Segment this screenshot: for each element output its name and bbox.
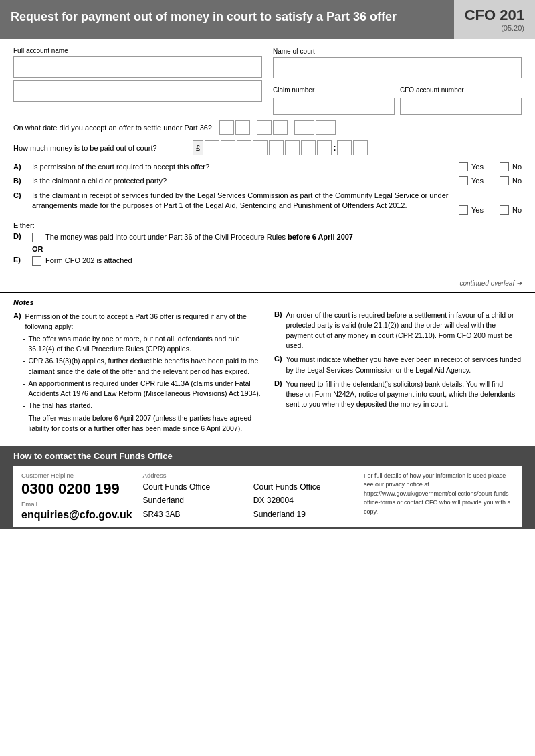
question-c-letter: C) (13, 191, 32, 199)
note-d: D) You need to fill in the defendant('s … (274, 379, 522, 410)
option-d-row: D) The money was paid into court under P… (13, 232, 522, 242)
note-a-letter: A) (13, 312, 21, 332)
money-box-4[interactable] (253, 140, 268, 155)
date-box-d1[interactable] (219, 120, 234, 135)
note-c-letter: C) (274, 355, 282, 375)
address-line-2: Sunderland (143, 494, 243, 507)
money-box-7[interactable] (301, 140, 316, 155)
question-a-row: A) Is permission of the court required t… (13, 162, 522, 172)
note-bullet-1: The offer was made by one or more, but n… (23, 334, 261, 354)
note-bullet-2: CPR 36.15(3)(b) applies, further deducti… (23, 356, 261, 376)
or-label: OR (32, 245, 522, 253)
date-row: On what date did you accept an offer to … (13, 120, 522, 135)
notes-title: Notes (13, 298, 261, 306)
option-e-text: Form CFO 202 is attached (45, 256, 132, 266)
money-box-3[interactable] (237, 140, 251, 155)
question-a-no-checkbox[interactable] (500, 162, 509, 171)
money-box-5[interactable] (269, 140, 284, 155)
date-money-section: On what date did you accept an offer to … (13, 120, 522, 155)
question-c-row: C) Is the claimant in receipt of service… (13, 191, 522, 215)
question-a-no[interactable]: No (500, 162, 522, 171)
claim-number-label: Claim number (273, 86, 395, 94)
note-c-header: C) You must indicate whether you have ev… (274, 355, 522, 375)
question-b-no-label: No (512, 177, 522, 185)
money-box-1[interactable] (205, 140, 219, 155)
cfo-account-group: CFO account number (400, 86, 522, 115)
notes-right-column: B) An order of the court is required bef… (274, 298, 522, 438)
money-box-p1[interactable] (337, 140, 352, 155)
continued-overleaf: continued overleaf (0, 274, 535, 292)
note-d-text: You need to fill in the defendant('s sol… (286, 379, 522, 410)
question-c-yes[interactable]: Yes (459, 205, 484, 215)
dx-label-line: Court Funds Office (253, 480, 353, 494)
option-d-text: The money was paid into court under Part… (45, 232, 353, 242)
date-sep-2 (289, 120, 293, 135)
question-c-yes-checkbox[interactable] (459, 205, 468, 215)
money-row: How much money is to be paid out of cour… (13, 140, 522, 155)
email-label: Email (21, 500, 132, 508)
note-a-bullets: The offer was made by one or more, but n… (23, 334, 261, 434)
address-line-3: SR43 3AB (143, 508, 243, 521)
note-a-text: Permission of the court to accept a Part… (25, 312, 261, 332)
question-a-letter: A) (13, 162, 32, 171)
helpline-label: Customer Helpline (21, 472, 132, 479)
question-c-text: Is the claimant in receipt of services f… (32, 191, 453, 211)
question-a-yes-label: Yes (471, 163, 484, 171)
date-box-y2[interactable] (316, 120, 336, 135)
money-colon: : (333, 140, 336, 155)
question-b-yes-checkbox[interactable] (459, 176, 468, 185)
date-box-m1[interactable] (257, 120, 272, 135)
question-a-yes[interactable]: Yes (459, 162, 484, 171)
date-question-label: On what date did you accept an offer to … (13, 124, 214, 132)
question-b-no[interactable]: No (500, 176, 522, 185)
cfo-account-label: CFO account number (400, 86, 522, 94)
name-of-court-label: Name of court (273, 48, 315, 55)
privacy-text: For full details of how your information… (364, 472, 514, 517)
form-date: (05.20) (501, 24, 524, 32)
question-b-yes-no: Yes No (459, 176, 522, 185)
court-fields-section: Name of court Claim number CFO account n… (273, 47, 522, 115)
contact-phone: 0300 0200 199 (21, 480, 132, 498)
date-box-d2[interactable] (235, 120, 250, 135)
question-a-yes-no: Yes No (459, 162, 522, 171)
note-c: C) You must indicate whether you have ev… (274, 355, 522, 375)
date-box-m2[interactable] (273, 120, 288, 135)
date-box-y1[interactable] (294, 120, 314, 135)
money-box-2[interactable] (221, 140, 235, 155)
note-c-text: You must indicate whether you have ever … (286, 355, 522, 375)
option-d-checkbox[interactable] (32, 233, 41, 242)
question-a-yes-checkbox[interactable] (459, 162, 468, 171)
option-e-row: E) Form CFO 202 is attached (13, 256, 522, 266)
account-name-input-1[interactable] (13, 56, 262, 78)
money-box-6[interactable] (285, 140, 300, 155)
name-of-court-group: Name of court (273, 47, 522, 78)
question-c-no[interactable]: No (500, 205, 522, 215)
contact-email[interactable]: enquiries@cfo.gov.uk (21, 509, 132, 521)
money-box-p2[interactable] (353, 140, 368, 155)
form-number: CFO 201 (465, 7, 524, 24)
top-fields-section: Full account name Name of court Claim nu… (13, 47, 522, 115)
header-form-number-block: CFO 201 (05.20) (454, 0, 535, 39)
account-name-input-2[interactable] (13, 80, 262, 102)
form-header: Request for payment out of money in cour… (0, 0, 535, 39)
notes-section: Notes A) Permission of the court to acce… (0, 292, 535, 443)
pound-symbol: £ (193, 140, 203, 155)
option-e-letter: E) (13, 256, 32, 264)
claim-number-input[interactable] (273, 98, 395, 115)
question-c-no-checkbox[interactable] (500, 205, 509, 215)
cfo-account-input[interactable] (400, 98, 522, 115)
dx-line-2: Sunderland 19 (253, 508, 353, 521)
name-of-court-input[interactable] (273, 57, 522, 78)
note-a-header: A) Permission of the court to accept a P… (13, 312, 261, 332)
contact-dx-lines: Court Funds Office DX 328004 Sunderland … (253, 480, 353, 521)
date-boxes (219, 120, 336, 135)
money-box-8[interactable] (317, 140, 332, 155)
question-b-yes-label: Yes (471, 177, 484, 185)
claim-number-group: Claim number (273, 86, 395, 115)
option-e-checkbox[interactable] (32, 256, 41, 266)
question-b-yes[interactable]: Yes (459, 176, 484, 185)
question-b-no-checkbox[interactable] (500, 176, 509, 185)
contact-section: How to contact the Court Funds Office Cu… (0, 446, 535, 529)
address-line-1: Court Funds Office (143, 480, 243, 494)
date-sep-1 (251, 120, 255, 135)
